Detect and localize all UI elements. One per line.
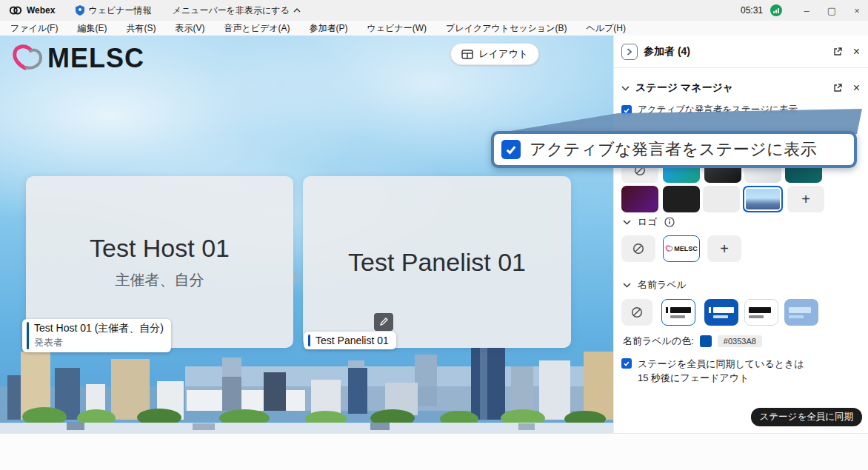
- close-panel-icon[interactable]: ×: [853, 81, 860, 95]
- brand-text: MELSC: [47, 43, 144, 74]
- name-label-color-row: 名前ラベルの色: #0353A8: [623, 335, 762, 348]
- app-name: Webex: [27, 5, 55, 16]
- tile-resize-handle[interactable]: [294, 271, 300, 284]
- video-tile-panelist[interactable]: Test Panelist 01: [303, 176, 571, 348]
- layout-button[interactable]: レイアウト: [450, 43, 539, 65]
- melsc-heart-icon: [10, 43, 44, 74]
- name-label-style4[interactable]: [784, 299, 818, 326]
- logo-tile-text: MELSC: [674, 245, 698, 252]
- background-thumb-black[interactable]: [663, 186, 700, 212]
- edit-label-button[interactable]: [374, 313, 393, 331]
- panelist-tile-name: Test Panelist 01: [348, 248, 526, 277]
- add-background-button[interactable]: +: [787, 186, 824, 212]
- hide-menubar-label: メニューバーを非表示にする: [173, 4, 290, 17]
- info-icon[interactable]: [664, 217, 675, 227]
- name-label-style3[interactable]: [744, 299, 778, 326]
- logo-melsc-button-selected[interactable]: MELSC: [663, 235, 700, 262]
- expand-panel-button[interactable]: [621, 44, 638, 60]
- close-panel-icon[interactable]: ×: [853, 45, 860, 58]
- menu-edit[interactable]: 編集(E): [77, 22, 107, 35]
- menu-participants[interactable]: 参加者(P): [310, 22, 348, 35]
- host-label-role: 発表者: [34, 336, 164, 349]
- melsc-brand-logo: MELSC: [10, 43, 144, 74]
- logo-section-title: ロゴ: [638, 215, 658, 229]
- name-label-section-header: 名前ラベル: [623, 278, 687, 292]
- name-label-section-title: 名前ラベル: [638, 278, 687, 292]
- menu-breakout[interactable]: ブレイクアウトセッション(B): [446, 22, 567, 35]
- popout-icon[interactable]: [832, 47, 843, 57]
- none-circle-slash-icon: [630, 306, 644, 319]
- panelist-name-label: Test Panelist 01: [304, 332, 396, 349]
- webinar-info-label: ウェビナー情報: [88, 4, 151, 17]
- menu-share[interactable]: 共有(S): [126, 22, 156, 35]
- color-swatch[interactable]: [700, 335, 712, 347]
- background-thumb-plum[interactable]: [621, 186, 658, 212]
- title-bar: Webex ウェビナー情報 メニューバーを非表示にする 05:31 – ▢ ×: [0, 0, 868, 21]
- name-label-none-button[interactable]: [621, 299, 652, 326]
- sync-checkbox-line1: ステージを全員に同期しているときは: [638, 357, 804, 371]
- webex-window: Webex ウェビナー情報 メニューバーを非表示にする 05:31 – ▢ ×: [0, 0, 868, 470]
- chevron-right-icon: [627, 48, 632, 56]
- participants-panel-title: 参加者 (4): [644, 45, 690, 58]
- collapse-section-icon[interactable]: [623, 283, 631, 288]
- callout-label: アクティブな発言者をステージに表示: [530, 138, 817, 161]
- participants-panel-header: 参加者 (4) ×: [614, 36, 868, 68]
- collapse-section-icon[interactable]: [623, 220, 631, 225]
- webex-logo: Webex: [9, 5, 55, 16]
- host-tile-name: Test Host 01: [90, 234, 230, 263]
- name-label-accent-bar: [27, 322, 29, 349]
- meeting-timer: 05:31: [741, 5, 763, 16]
- layout-button-label: レイアウト: [478, 47, 528, 61]
- host-name-label: Test Host 01 (主催者、自分) 発表者: [22, 319, 171, 352]
- maximize-button[interactable]: ▢: [821, 0, 843, 21]
- name-label-style1-selected[interactable]: [661, 299, 695, 326]
- melsc-heart-icon: [665, 245, 673, 252]
- name-label-style2[interactable]: [704, 299, 738, 326]
- menu-view[interactable]: 表示(V): [175, 22, 204, 35]
- city-skyline: [0, 346, 613, 433]
- checkbox-checked-icon: [501, 140, 521, 159]
- sync-fadeout-checkbox-row[interactable]: ステージを全員に同期しているときは 15 秒後にフェードアウト: [621, 357, 804, 385]
- menu-bar: ファイル(F) 編集(E) 共有(S) 表示(V) 音声とビデオ(A) 参加者(…: [0, 21, 868, 36]
- host-label-name: Test Host 01 (主催者、自分): [34, 322, 164, 335]
- stage-manager-panel-header: ステージ マネージャ ×: [614, 74, 868, 102]
- magnified-checkbox-callout: アクティブな発言者をステージに表示: [491, 131, 857, 168]
- menu-help[interactable]: ヘルプ(H): [586, 22, 626, 35]
- control-bar: ミュート解除 ビデオの開始 共有: [0, 433, 868, 470]
- close-button[interactable]: ×: [846, 0, 868, 21]
- background-thumb-sky-selected[interactable]: [743, 186, 783, 212]
- menu-file[interactable]: ファイル(F): [10, 22, 58, 35]
- right-sidebar: 参加者 (4) × ステージ マネージャ ×: [613, 36, 868, 433]
- pencil-icon: [379, 318, 388, 326]
- webex-rings-icon: [9, 5, 22, 16]
- name-label-color-label: 名前ラベルの色:: [623, 335, 694, 348]
- sync-checkbox-line2: 15 秒後にフェードアウト: [638, 371, 804, 385]
- video-stage: MELSC レイアウト Test Host 01 主催者、自分 Test Pan…: [0, 36, 613, 433]
- menu-audio-video[interactable]: 音声とビデオ(A): [224, 22, 290, 35]
- panelist-label-name: Test Panelist 01: [316, 335, 389, 346]
- add-logo-button[interactable]: +: [707, 235, 741, 262]
- name-label-accent-bar: [308, 335, 310, 346]
- chevron-up-icon: [293, 8, 301, 13]
- logo-section-header: ロゴ: [623, 215, 675, 229]
- layout-grid-icon: [461, 50, 473, 59]
- logo-none-button[interactable]: [621, 235, 655, 262]
- hide-menubar-button[interactable]: メニューバーを非表示にする: [173, 4, 301, 17]
- color-value: #0353A8: [718, 335, 762, 347]
- shield-icon: [76, 5, 84, 16]
- active-speaker-label: アクティブな発言者をステージに表示: [638, 104, 798, 116]
- host-tile-role: 主催者、自分: [116, 270, 204, 290]
- checkbox-checked-icon[interactable]: [621, 105, 632, 115]
- webinar-info-button[interactable]: ウェビナー情報: [76, 4, 151, 17]
- none-circle-slash-icon: [632, 242, 645, 255]
- active-speaker-checkbox-row[interactable]: アクティブな発言者をステージに表示: [621, 104, 798, 116]
- menu-webinar[interactable]: ウェビナー(W): [367, 22, 427, 35]
- stage-manager-title: ステージ マネージャ: [635, 81, 733, 95]
- network-quality-icon: [770, 4, 782, 16]
- checkbox-checked-icon[interactable]: [621, 358, 632, 369]
- popout-icon[interactable]: [832, 83, 843, 93]
- sync-stage-button[interactable]: ステージを全員に同期: [751, 408, 862, 426]
- collapse-section-icon[interactable]: [621, 86, 630, 91]
- background-thumb-gray[interactable]: [703, 186, 740, 212]
- minimize-button[interactable]: –: [795, 0, 818, 21]
